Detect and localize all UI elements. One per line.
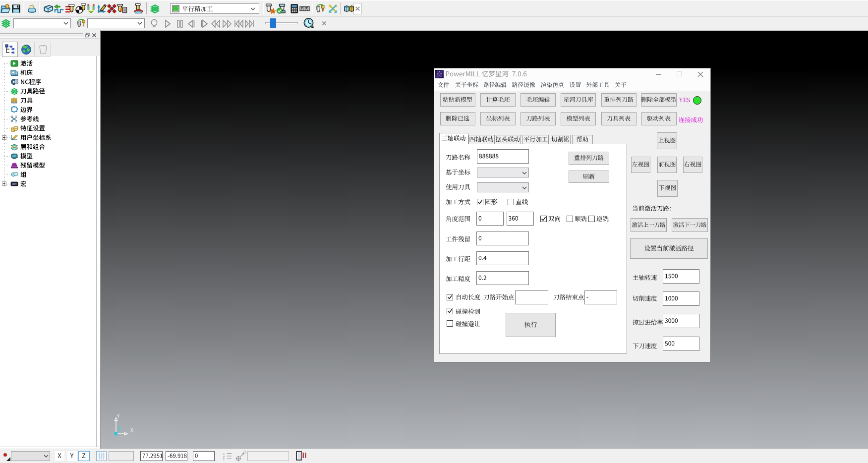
svg-text:z: z: [223, 458, 225, 461]
